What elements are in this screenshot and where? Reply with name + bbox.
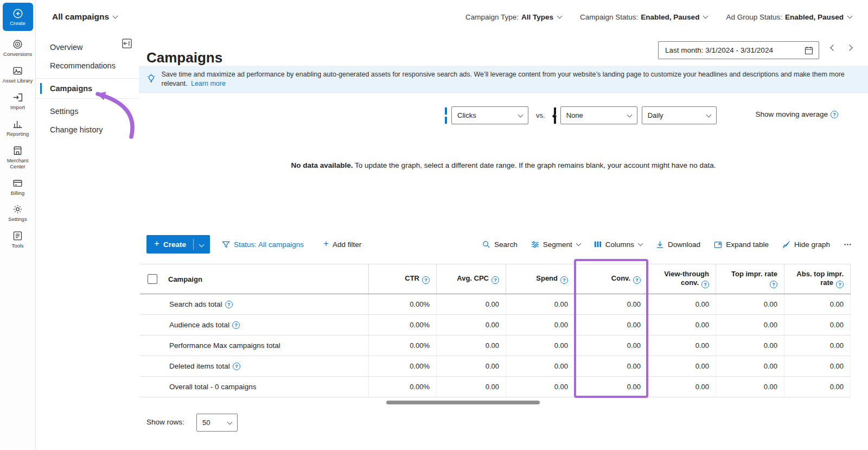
rail-item-label: Conversions [3, 52, 32, 58]
filter-label: Campaign Status: [580, 13, 638, 21]
conv-cell: 0.00 [575, 356, 648, 376]
granularity-select[interactable]: Daily [642, 106, 717, 124]
view-through-conv-cell: 0.00 [648, 356, 716, 376]
help-icon[interactable]: ? [233, 363, 240, 370]
create-button[interactable]: + Create [146, 235, 210, 253]
hide-graph-button[interactable]: Hide graph [782, 240, 830, 249]
rail-item-billing[interactable]: Billing [1, 178, 35, 197]
more-options-button[interactable] [844, 240, 852, 249]
rail-item-asset-library[interactable]: Asset Library [1, 65, 35, 84]
segment-button[interactable]: Segment [531, 240, 580, 249]
hide-graph-icon [782, 240, 790, 249]
top-impr-rate-cell: 0.00 [716, 294, 784, 314]
horizontal-scrollbar[interactable] [386, 401, 540, 404]
show-rows-select[interactable]: 50 [196, 414, 238, 432]
row-label-cell: Search ads total? [168, 294, 369, 314]
status-filter-button[interactable]: Status: All campaigns [222, 240, 304, 249]
column-header-campaign[interactable]: Campaign [168, 264, 369, 294]
top-impr-rate-cell: 0.00 [716, 315, 784, 335]
storefront-icon [12, 145, 23, 156]
help-icon[interactable]: ? [831, 111, 838, 118]
rail-item-tools[interactable]: Tools [1, 230, 35, 249]
rail-item-label: Merchant Center [1, 158, 35, 170]
target-icon [12, 39, 23, 50]
page-title: Campaigns [146, 49, 222, 66]
campaign-type-filter[interactable]: Campaign Type: All Types [465, 13, 561, 21]
sidebar-item-recommendations[interactable]: Recommendations [36, 56, 139, 75]
help-icon[interactable]: ? [225, 301, 233, 308]
add-filter-button[interactable]: + Add filter [323, 239, 361, 249]
help-icon[interactable]: ? [232, 321, 240, 329]
top-impr-rate-cell: 0.00 [716, 335, 784, 356]
ad-group-status-filter[interactable]: Ad Group Status: Enabled, Paused [726, 13, 852, 21]
create-tile-button[interactable]: Create [3, 3, 33, 31]
column-header-label: Campaign [168, 275, 202, 283]
date-range-picker[interactable]: Last month: 3/1/2024 - 3/31/2024 [658, 41, 819, 59]
rail-item-reporting[interactable]: Reporting [1, 118, 35, 137]
previous-period-icon[interactable] [830, 45, 836, 50]
download-button[interactable]: Download [656, 240, 700, 249]
sidebar-item-change-history[interactable]: Change history [36, 121, 139, 139]
primary-metric-select[interactable]: Clicks [451, 106, 528, 124]
row-label: Audience ads total [169, 321, 229, 329]
column-header-view-through-conv[interactable]: View-through conv.? [648, 264, 716, 294]
learn-more-link[interactable]: Learn more [191, 80, 226, 87]
secondary-metric-select[interactable]: None [560, 106, 637, 124]
avg-cpc-cell: 0.00 [437, 356, 506, 376]
abs-top-impr-rate-cell: 0.00 [784, 315, 851, 335]
help-icon[interactable]: ? [560, 276, 568, 284]
column-header-avg-cpc[interactable]: Avg. CPC? [437, 264, 506, 294]
ctr-cell: 0.00% [369, 294, 437, 314]
chevron-down-icon [576, 241, 581, 246]
bar-chart-icon [12, 118, 23, 130]
sidebar-item-settings[interactable]: Settings [36, 102, 139, 121]
spend-cell: 0.00 [506, 294, 575, 314]
segment-label: Segment [543, 240, 572, 249]
gear-icon [12, 204, 23, 215]
column-header-spend[interactable]: Spend? [506, 264, 575, 294]
help-icon[interactable]: ? [633, 276, 641, 284]
help-icon[interactable]: ? [492, 276, 499, 284]
date-range-value: Last month: 3/1/2024 - 3/31/2024 [665, 46, 805, 54]
show-moving-average[interactable]: Show moving average ? [755, 110, 838, 118]
rail-item-label: Reporting [7, 131, 29, 137]
avg-cpc-cell: 0.00 [437, 294, 506, 314]
columns-button[interactable]: Columns [594, 240, 642, 249]
rail-item-conversions[interactable]: Conversions [1, 39, 35, 58]
select-all-checkbox[interactable] [148, 274, 157, 284]
rail-item-settings[interactable]: Settings [1, 204, 35, 223]
help-icon[interactable]: ? [770, 281, 777, 288]
moving-average-label: Show moving average [755, 110, 828, 118]
more-ellipsis-icon [844, 240, 852, 249]
campaign-status-filter[interactable]: Campaign Status: Enabled, Paused [580, 13, 707, 21]
column-header-label: Top impr. rate [731, 270, 777, 278]
account-scope-selector[interactable]: All campaigns [52, 12, 117, 22]
table-toolbar: + Create Status: All campaigns + Add fil… [146, 235, 852, 253]
expand-table-button[interactable]: Expand table [714, 240, 769, 249]
column-header-conv[interactable]: Conv.? [575, 264, 648, 294]
create-tile-label: Create [10, 20, 25, 26]
next-period-icon[interactable] [846, 45, 852, 50]
help-icon[interactable]: ? [836, 281, 844, 288]
search-button[interactable]: Search [482, 240, 518, 249]
abs-top-impr-rate-cell: 0.00 [784, 294, 851, 314]
download-label: Download [668, 240, 700, 249]
auto-assets-banner: Save time and maximize ad performance by… [139, 66, 868, 93]
avg-cpc-cell: 0.00 [437, 335, 506, 356]
campaigns-table: Campaign CTR? Avg. CPC? Spend? Conv.? Vi… [140, 264, 851, 397]
collapse-panel-icon[interactable] [122, 38, 132, 49]
spend-cell: 0.00 [506, 377, 575, 397]
conv-cell: 0.00 [575, 335, 648, 356]
sidebar-item-campaigns[interactable]: Campaigns [36, 78, 139, 99]
rail-item-import[interactable]: Import [1, 92, 35, 111]
select-all-cell [140, 264, 168, 294]
columns-icon [594, 240, 602, 248]
chevron-down-icon [706, 112, 711, 117]
rail-item-merchant-center[interactable]: Merchant Center [1, 145, 35, 170]
column-header-abs-top-impr-rate[interactable]: Abs. top impr. rate? [784, 264, 851, 294]
help-icon[interactable]: ? [701, 281, 709, 288]
column-header-ctr[interactable]: CTR? [369, 264, 437, 294]
funnel-icon [222, 240, 230, 249]
column-header-top-impr-rate[interactable]: Top impr. rate? [716, 264, 784, 294]
help-icon[interactable]: ? [422, 276, 430, 284]
